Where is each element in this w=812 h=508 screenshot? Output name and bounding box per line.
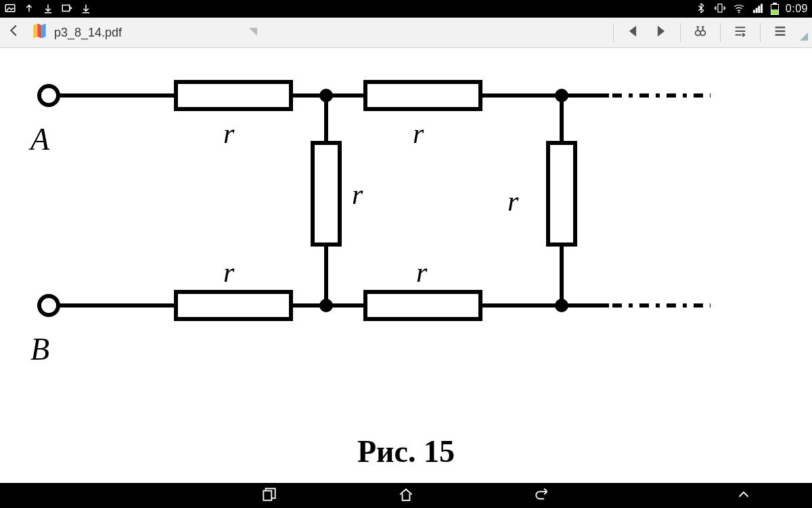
find-button[interactable] <box>693 24 708 41</box>
figure-caption: Рис. 15 <box>0 433 812 469</box>
upload-icon <box>23 2 35 16</box>
svg-rect-36 <box>263 491 271 501</box>
document-title[interactable]: p3_8_14.pdf <box>54 26 122 40</box>
prev-page-button[interactable] <box>626 24 641 41</box>
wifi-icon <box>733 2 745 16</box>
r-mid2-label: r <box>508 186 519 217</box>
back-nav-button[interactable] <box>534 486 551 506</box>
vibrate-icon <box>714 2 726 16</box>
terminal-a-label: A <box>28 122 50 156</box>
svg-rect-16 <box>365 82 480 109</box>
svg-rect-6 <box>759 6 760 13</box>
signal-icon <box>752 2 764 16</box>
svg-rect-25 <box>365 292 480 319</box>
svg-point-9 <box>700 30 705 35</box>
polaris-office-icon[interactable] <box>30 22 49 43</box>
menu-button[interactable] <box>773 24 788 41</box>
gallery-icon <box>4 2 16 16</box>
status-clock: 0:09 <box>786 3 808 15</box>
terminal-b-label: B <box>30 332 49 366</box>
android-nav-bar <box>0 483 812 508</box>
svg-rect-31 <box>313 143 340 245</box>
svg-rect-2 <box>718 4 722 12</box>
svg-point-3 <box>738 12 740 13</box>
app-toolbar: p3_8_14.pdf <box>0 18 812 48</box>
svg-rect-7 <box>761 4 762 13</box>
svg-rect-13 <box>176 82 291 109</box>
back-button[interactable] <box>4 23 24 42</box>
svg-rect-22 <box>176 292 291 319</box>
svg-rect-4 <box>753 10 754 13</box>
svg-rect-5 <box>756 8 757 13</box>
r-top1-label: r <box>223 118 235 149</box>
android-status-bar: 0:09 <box>0 0 812 18</box>
svg-rect-1 <box>62 5 70 11</box>
home-button[interactable] <box>397 486 415 506</box>
r-mid1-label: r <box>352 179 363 210</box>
r-bot2-label: r <box>416 257 428 288</box>
expand-nav-button[interactable] <box>735 494 752 505</box>
next-page-button[interactable] <box>653 24 668 41</box>
sync-icon <box>61 2 73 16</box>
document-viewport[interactable]: A B r r r r r r Рис. 15 <box>0 48 812 483</box>
svg-point-10 <box>39 86 58 105</box>
svg-point-8 <box>696 30 700 35</box>
download2-icon <box>80 2 92 16</box>
dropdown-indicator-icon[interactable] <box>249 28 257 38</box>
recent-apps-button[interactable] <box>261 486 278 506</box>
reflow-button[interactable] <box>733 24 748 41</box>
circuit-diagram: A B r r r r r r <box>0 48 812 427</box>
battery-icon <box>771 3 779 15</box>
r-top2-label: r <box>413 118 424 149</box>
download-icon <box>42 2 54 16</box>
bluetooth-icon <box>695 2 707 16</box>
resize-grip-icon <box>800 31 808 43</box>
r-bot1-label: r <box>223 257 235 288</box>
svg-point-11 <box>39 296 58 315</box>
svg-rect-34 <box>548 143 575 245</box>
